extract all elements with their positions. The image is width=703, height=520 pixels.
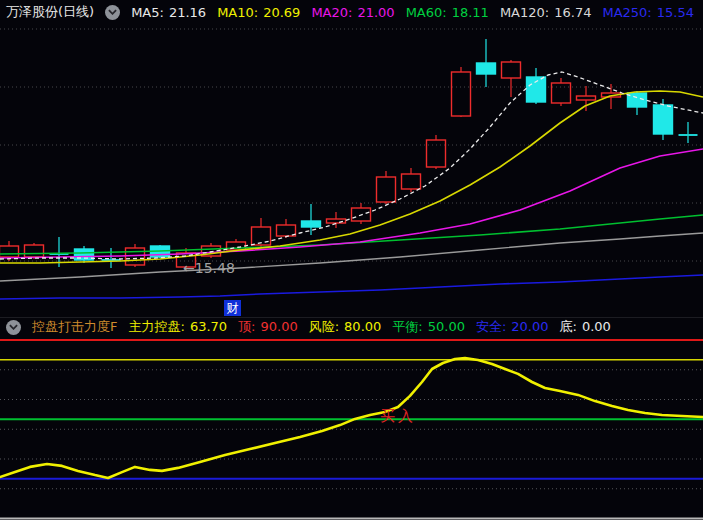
stock-title: 万泽股份(日线): [6, 3, 94, 21]
legend-ma120: MA120:16.74: [500, 5, 592, 20]
legend-label: MA60:: [406, 5, 447, 20]
main-chart-header: 万泽股份(日线) MA5:21.16 MA10:20.69 MA20:21.00…: [0, 0, 703, 24]
legend-ma250: MA250:15.54: [602, 5, 694, 20]
field-main-control: 主力控盘:63.70: [128, 318, 227, 336]
chevron-down-icon[interactable]: [105, 5, 120, 20]
field-value: 0.00: [582, 319, 611, 334]
field-value: 63.70: [190, 319, 227, 334]
field-value: 90.00: [260, 319, 297, 334]
legend-label: MA5:: [131, 5, 164, 20]
low-price-marker: ←15.48: [183, 260, 235, 276]
chevron-down-icon[interactable]: [6, 320, 21, 335]
legend-label: MA10:: [217, 5, 258, 20]
field-label: 底:: [560, 319, 577, 334]
field-safe: 安全:20.00: [476, 318, 549, 336]
legend-ma5: MA5:21.16: [131, 5, 206, 20]
chart-canvas[interactable]: [0, 0, 703, 520]
stock-app-window: 万泽股份(日线) MA5:21.16 MA10:20.69 MA20:21.00…: [0, 0, 703, 520]
field-top: 顶:90.00: [238, 318, 298, 336]
field-label: 顶:: [238, 319, 255, 334]
field-value: 50.00: [428, 319, 465, 334]
field-label: 主力控盘:: [128, 319, 184, 334]
field-label: 安全:: [476, 319, 506, 334]
legend-ma60: MA60:18.11: [406, 5, 489, 20]
cai-news-badge[interactable]: 财: [224, 300, 241, 316]
indicator-title: 控盘打击力度F: [32, 318, 117, 336]
legend-value: 21.00: [357, 5, 394, 20]
indicator-header: 控盘打击力度F 主力控盘:63.70 顶:90.00 风险:80.00 平衡:5…: [0, 317, 703, 336]
buy-signal-label: 买入: [380, 407, 416, 426]
legend-value: 20.69: [263, 5, 300, 20]
field-balance: 平衡:50.00: [392, 318, 465, 336]
legend-value: 15.54: [657, 5, 694, 20]
field-value: 80.00: [344, 319, 381, 334]
chevron-glyph: [108, 9, 117, 15]
legend-ma20: MA20:21.00: [311, 5, 394, 20]
field-value: 20.00: [511, 319, 548, 334]
legend-ma10: MA10:20.69: [217, 5, 300, 20]
field-label: 风险:: [309, 319, 339, 334]
legend-label: MA20:: [311, 5, 352, 20]
chevron-glyph: [9, 324, 18, 330]
legend-label: MA120:: [500, 5, 549, 20]
field-risk: 风险:80.00: [309, 318, 382, 336]
legend-value: 16.74: [554, 5, 591, 20]
legend-label: MA250:: [602, 5, 651, 20]
legend-value: 21.16: [169, 5, 206, 20]
legend-value: 18.11: [452, 5, 489, 20]
field-bottom: 底:0.00: [560, 318, 611, 336]
field-label: 平衡:: [392, 319, 422, 334]
